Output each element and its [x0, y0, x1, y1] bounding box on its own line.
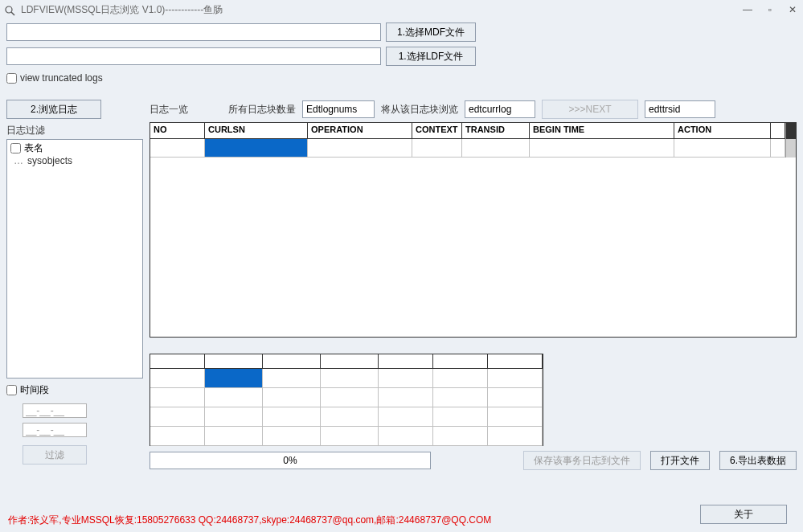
titlebar: LDFVIEW(MSSQL日志浏览 V1.0)------------鱼肠 — … [0, 0, 803, 19]
date-from-input[interactable] [23, 403, 87, 418]
time-range-label: 时间段 [20, 383, 49, 397]
mdf-path-input[interactable] [6, 23, 381, 41]
view-truncated-row: view truncated logs [0, 71, 803, 100]
g2-col6[interactable] [433, 354, 488, 369]
col-begintime-header[interactable]: BEGIN TIME [530, 123, 674, 139]
left-panel: 2.浏览日志 日志过滤 表名 … sysobjects 时间段 过滤 [6, 100, 143, 470]
detail-cell-selected[interactable] [205, 369, 263, 388]
trsid-input[interactable] [645, 100, 715, 118]
progress-text: 0% [283, 455, 297, 466]
select-mdf-button[interactable]: 1.选择MDF文件 [386, 23, 476, 42]
tree-branch-icon: … [14, 155, 24, 166]
cell-tail [771, 139, 785, 158]
col-action-header[interactable]: ACTION [674, 123, 771, 139]
footer: 作者:张义军,专业MSSQL恢复:15805276633 QQ:24468737… [8, 514, 795, 527]
grid-row[interactable] [150, 139, 796, 158]
filter-button[interactable]: 过滤 [23, 445, 87, 464]
g2-col5[interactable] [379, 354, 433, 369]
cell-operation[interactable] [308, 139, 412, 158]
maximize-button[interactable]: ▫ [764, 4, 776, 15]
col-tail-header [771, 123, 785, 139]
grid-scroll[interactable] [785, 139, 796, 158]
cell-transid[interactable] [462, 139, 530, 158]
table-name-label: 表名 [24, 141, 43, 155]
detail-row[interactable] [150, 388, 543, 407]
time-range-checkbox[interactable] [6, 385, 17, 395]
svg-point-0 [6, 6, 12, 13]
browse-log-button[interactable]: 2.浏览日志 [6, 100, 101, 119]
minimize-button[interactable]: — [742, 4, 753, 15]
tree-item-sysobjects[interactable]: … sysobjects [10, 155, 139, 166]
view-truncated-label: view truncated logs [20, 72, 103, 84]
close-button[interactable]: ✕ [787, 4, 798, 15]
ldf-path-input[interactable] [6, 47, 381, 65]
block-count-label: 所有日志块数量 [228, 103, 296, 117]
main-area: 2.浏览日志 日志过滤 表名 … sysobjects 时间段 过滤 日志一览 … [0, 100, 803, 470]
next-button[interactable]: >>>NEXT [542, 100, 638, 119]
cell-no[interactable] [150, 139, 205, 158]
cell-context[interactable] [412, 139, 462, 158]
author-info: 作者:张义军,专业MSSQL恢复:15805276633 QQ:24468737… [8, 514, 795, 527]
g2-col4[interactable] [321, 354, 379, 369]
log-grid[interactable]: NO CURLSN OPERATION CONTEXT TRANSID BEGI… [150, 122, 797, 338]
col-transid-header[interactable]: TRANSID [462, 123, 530, 139]
cell-begintime[interactable] [530, 139, 674, 158]
table-name-checkbox[interactable] [10, 143, 21, 153]
view-truncated-checkbox[interactable] [6, 73, 17, 84]
window-title: LDFVIEW(MSSQL日志浏览 V1.0)------------鱼肠 [21, 3, 742, 17]
select-ldf-button[interactable]: 1.选择LDF文件 [386, 47, 476, 66]
cell-curlsn-selected[interactable] [205, 139, 308, 158]
file-select-area: 1.选择MDF文件 1.选择LDF文件 [0, 19, 803, 66]
lognums-input[interactable] [302, 100, 375, 118]
log-toolbar: 日志一览 所有日志块数量 将从该日志块浏览 >>>NEXT [150, 100, 797, 119]
col-curlsn-header[interactable]: CURLSN [205, 123, 308, 139]
col-context-header[interactable]: CONTEXT [412, 123, 462, 139]
app-icon [5, 3, 18, 16]
save-trans-log-button[interactable]: 保存该事务日志到文件 [523, 451, 641, 470]
window-controls: — ▫ ✕ [742, 4, 798, 15]
g2-col7[interactable] [488, 354, 543, 369]
detail-row[interactable] [150, 407, 543, 427]
bottom-toolbar: 0% 保存该事务日志到文件 打开文件 6.导出表数据 [150, 451, 797, 470]
detail-row[interactable] [150, 369, 543, 388]
g2-col2[interactable] [205, 354, 263, 369]
g2-col1[interactable] [150, 354, 205, 369]
grid-scroll-top[interactable] [785, 123, 796, 139]
log-list-label: 日志一览 [150, 103, 222, 117]
from-block-label: 将从该日志块浏览 [381, 103, 458, 117]
right-panel: 日志一览 所有日志块数量 将从该日志块浏览 >>>NEXT NO CURLSN … [150, 100, 797, 470]
table-tree[interactable]: 表名 … sysobjects [6, 139, 143, 379]
detail-grid-header [150, 354, 543, 369]
col-operation-header[interactable]: OPERATION [308, 123, 412, 139]
export-table-button[interactable]: 6.导出表数据 [719, 451, 797, 470]
log-filter-label: 日志过滤 [6, 122, 143, 139]
cell-action[interactable] [674, 139, 771, 158]
about-button[interactable]: 关于 [700, 505, 787, 524]
detail-grid[interactable] [150, 354, 543, 446]
progress-bar: 0% [150, 452, 431, 469]
grid-body [150, 139, 796, 337]
open-file-button[interactable]: 打开文件 [650, 451, 710, 470]
grid-header: NO CURLSN OPERATION CONTEXT TRANSID BEGI… [150, 123, 796, 139]
currlog-input[interactable] [465, 100, 535, 118]
date-to-input[interactable] [23, 423, 87, 437]
tree-item-label: sysobjects [27, 155, 72, 166]
g2-col3[interactable] [263, 354, 321, 369]
col-no-header[interactable]: NO [150, 123, 205, 139]
detail-row[interactable] [150, 427, 543, 446]
